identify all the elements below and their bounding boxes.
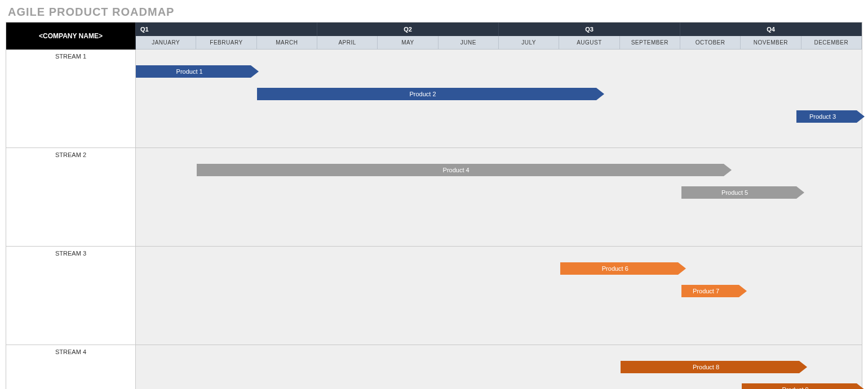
- gantt-bar[interactable]: Product 9: [742, 383, 857, 389]
- header: <COMPANY NAME> Q1Q2Q3Q4 JANUARYFEBRUARYM…: [6, 23, 862, 50]
- gantt-bar-label: Product 8: [621, 361, 791, 373]
- stream-lane: Product 6Product 7: [136, 247, 862, 345]
- gantt-bar-label: Product 9: [742, 383, 849, 389]
- roadmap-container: <COMPANY NAME> Q1Q2Q3Q4 JANUARYFEBRUARYM…: [6, 22, 862, 389]
- month-header-september: SEPTEMBER: [620, 36, 680, 50]
- month-header-june: JUNE: [439, 36, 499, 50]
- gantt-bar[interactable]: Product 3: [796, 110, 857, 123]
- gantt-bar[interactable]: Product 1: [136, 65, 251, 78]
- company-name-cell[interactable]: <COMPANY NAME>: [6, 23, 136, 50]
- gantt-bar-label: Product 2: [257, 88, 588, 100]
- gantt-bar[interactable]: Product 4: [197, 164, 724, 176]
- month-header-november: NOVEMBER: [741, 36, 801, 50]
- quarter-header-row: Q1Q2Q3Q4: [136, 23, 862, 36]
- gantt-bar[interactable]: Product 7: [681, 285, 739, 297]
- gantt-bar-label: Product 1: [136, 65, 243, 78]
- stream-lane: Product 1Product 2Product 3: [136, 50, 862, 147]
- month-header-january: JANUARY: [136, 36, 196, 50]
- gantt-bar[interactable]: Product 2: [257, 88, 596, 100]
- gantt-bar[interactable]: Product 8: [621, 361, 799, 373]
- stream-label: STREAM 1: [6, 50, 136, 147]
- gantt-bar[interactable]: Product 6: [560, 262, 679, 275]
- month-header-may: MAY: [378, 36, 438, 50]
- month-header-february: FEBRUARY: [196, 36, 256, 50]
- stream-lane: Product 8Product 9: [136, 345, 862, 389]
- quarter-header-q4: Q4: [680, 23, 862, 36]
- page-title: AGILE PRODUCT ROADMAP: [8, 6, 862, 19]
- stream-label: STREAM 2: [6, 148, 136, 246]
- stream-label: STREAM 3: [6, 247, 136, 345]
- month-header-july: JULY: [499, 36, 559, 50]
- gantt-bar-label: Product 3: [796, 110, 849, 123]
- stream-label: STREAM 4: [6, 345, 136, 389]
- stream-row: STREAM 2Product 4Product 5: [6, 147, 862, 246]
- quarter-header-q3: Q3: [499, 23, 680, 36]
- stream-lane: Product 4Product 5: [136, 148, 862, 246]
- month-header-march: MARCH: [257, 36, 317, 50]
- stream-row: STREAM 3Product 6Product 7: [6, 246, 862, 345]
- gantt-bar-label: Product 6: [560, 262, 671, 275]
- roadmap-body: STREAM 1Product 1Product 2Product 3STREA…: [6, 50, 862, 389]
- stream-row: STREAM 4Product 8Product 9: [6, 345, 862, 389]
- stream-row: STREAM 1Product 1Product 2Product 3: [6, 50, 862, 147]
- month-header-april: APRIL: [317, 36, 378, 50]
- month-header-december: DECEMBER: [801, 36, 862, 50]
- quarter-header-q1: Q1: [136, 23, 317, 36]
- quarter-header-q2: Q2: [317, 23, 499, 36]
- gantt-bar[interactable]: Product 5: [681, 186, 796, 199]
- gantt-bar-label: Product 7: [681, 285, 731, 297]
- gantt-bar-label: Product 5: [681, 186, 789, 199]
- month-header-august: AUGUST: [559, 36, 619, 50]
- month-header-october: OCTOBER: [680, 36, 741, 50]
- month-header-row: JANUARYFEBRUARYMARCHAPRILMAYJUNEJULYAUGU…: [136, 36, 862, 50]
- gantt-bar-label: Product 4: [197, 164, 716, 176]
